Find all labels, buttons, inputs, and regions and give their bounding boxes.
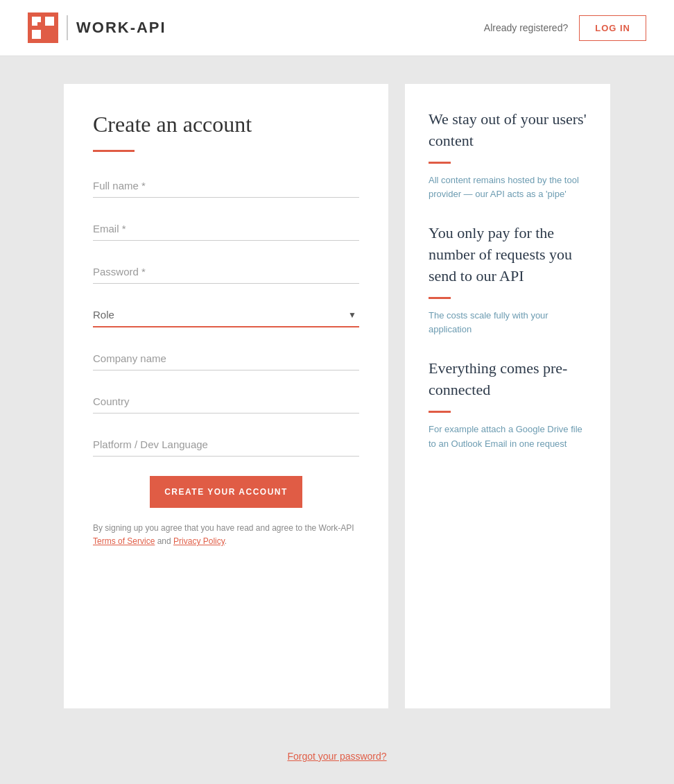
info-body-3: For example attach a Google Drive file t… xyxy=(429,423,587,452)
email-group xyxy=(93,217,359,241)
info-heading-2: You only pay for the number of requests … xyxy=(429,223,587,287)
info-heading-1: We stay out of your users' content xyxy=(429,109,587,152)
full-name-group xyxy=(93,174,359,198)
info-heading-3: Everything comes pre-connected xyxy=(429,358,587,401)
login-button[interactable]: LOG IN xyxy=(579,15,646,41)
platform-group xyxy=(93,433,359,457)
info-section-3: Everything comes pre-connected For examp… xyxy=(429,358,587,451)
privacy-policy-link[interactable]: Privacy Policy xyxy=(173,536,225,546)
logo-text: WORK-API xyxy=(76,19,166,37)
create-account-button[interactable]: CREATE YOUR ACCOUNT xyxy=(150,476,302,508)
password-group xyxy=(93,260,359,284)
title-underline xyxy=(93,150,135,152)
logo-icon xyxy=(28,12,58,43)
info-body-1: All content remains hosted by the tool p… xyxy=(429,173,587,203)
company-group xyxy=(93,347,359,370)
terms-text: By signing up you agree that you have re… xyxy=(93,522,359,548)
header-right: Already registered? LOG IN xyxy=(484,15,646,41)
info-body-2: The costs scale fully with your applicat… xyxy=(429,309,587,338)
role-select[interactable]: Role Developer Manager Designer Other xyxy=(93,303,359,326)
terms-and: and xyxy=(155,536,173,546)
svg-rect-4 xyxy=(37,22,41,26)
terms-of-service-link[interactable]: Terms of Service xyxy=(93,536,155,546)
logo-divider xyxy=(67,15,68,40)
logo-area: WORK-API xyxy=(28,12,166,43)
info-card: We stay out of your users' content All c… xyxy=(405,84,610,708)
terms-prefix: By signing up you agree that you have re… xyxy=(93,523,354,533)
info-divider-3 xyxy=(429,411,451,413)
password-input[interactable] xyxy=(93,260,359,284)
role-select-wrapper: Role Developer Manager Designer Other ▼ xyxy=(93,303,359,327)
full-name-input[interactable] xyxy=(93,174,359,198)
svg-rect-3 xyxy=(32,30,41,39)
already-registered-text: Already registered? xyxy=(484,22,568,33)
svg-rect-2 xyxy=(45,17,54,26)
form-card: Create an account Role Developer Manager… xyxy=(64,84,388,708)
info-section-2: You only pay for the number of requests … xyxy=(429,223,587,337)
info-divider-1 xyxy=(429,162,451,164)
company-input[interactable] xyxy=(93,347,359,370)
footer: Forgot your password? xyxy=(0,736,674,783)
platform-input[interactable] xyxy=(93,433,359,457)
terms-suffix: . xyxy=(225,536,227,546)
form-title: Create an account xyxy=(93,112,359,137)
header: WORK-API Already registered? LOG IN xyxy=(0,0,674,56)
email-input[interactable] xyxy=(93,217,359,241)
role-group: Role Developer Manager Designer Other ▼ xyxy=(93,303,359,327)
info-section-1: We stay out of your users' content All c… xyxy=(429,109,587,202)
main-content: Create an account Role Developer Manager… xyxy=(0,56,674,736)
info-divider-2 xyxy=(429,297,451,299)
country-input[interactable] xyxy=(93,390,359,414)
forgot-password-link[interactable]: Forgot your password? xyxy=(287,751,386,762)
country-group xyxy=(93,390,359,414)
